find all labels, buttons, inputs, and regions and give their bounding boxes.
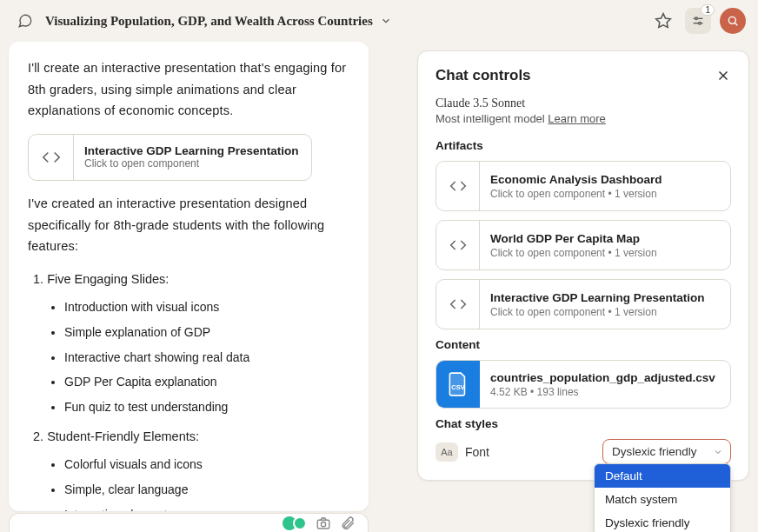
artifacts-label: Artifacts <box>436 139 731 152</box>
svg-point-5 <box>728 17 735 23</box>
avatar[interactable] <box>720 8 746 34</box>
chat-intro: I'll create an interactive presentation … <box>28 57 349 122</box>
list-item: Colorful visuals and icons <box>64 452 349 477</box>
learn-more-link[interactable]: Learn more <box>548 112 605 125</box>
font-dropdown[interactable]: Default Match system Dyslexic friendly <box>594 463 731 532</box>
svg-point-11 <box>321 522 325 526</box>
attachment-icon[interactable] <box>340 515 356 531</box>
artifact-chip[interactable]: Interactive GDP Learning Presentation Cl… <box>28 134 312 181</box>
feature-group: Five Engaging Slides: Introduction with … <box>33 268 349 420</box>
code-icon <box>436 280 480 329</box>
font-option-dyslexic[interactable]: Dyslexic friendly <box>595 511 730 532</box>
list-item: Interactive chart showing real data <box>64 345 349 370</box>
chat-controls-panel: Chat controls Claude 3.5 Sonnet Most int… <box>417 50 749 481</box>
content-label: Content <box>436 338 731 351</box>
settings-icon[interactable]: 1 <box>685 8 711 34</box>
font-select[interactable]: Dyslexic friendly <box>602 439 731 464</box>
code-icon <box>29 135 74 180</box>
artifact-chip-title: Interactive GDP Learning Presentation <box>84 144 299 157</box>
chat-styles-label: Chat styles <box>436 417 731 430</box>
font-option-match-system[interactable]: Match system <box>595 488 730 511</box>
font-icon: Aa <box>436 442 458 462</box>
file-card[interactable]: CSV countries_population_gdp_adjusted.cs… <box>436 360 731 409</box>
chevron-down-icon <box>713 447 723 457</box>
artifact-card[interactable]: World GDP Per Capita Map Click to open c… <box>436 220 731 270</box>
chat-followup: I've created an interactive presentation… <box>28 193 349 257</box>
page-title[interactable]: Visualizing Population, GDP, and Wealth … <box>45 14 373 29</box>
controls-title: Chat controls <box>436 67 531 84</box>
artifact-card[interactable]: Economic Analysis Dashboard Click to ope… <box>436 161 731 211</box>
code-icon <box>436 162 480 210</box>
code-icon <box>436 221 480 269</box>
svg-rect-10 <box>317 520 329 529</box>
feature-group: Student-Friendly Elements: Colorful visu… <box>33 425 349 511</box>
chat-icon <box>12 8 38 34</box>
star-icon[interactable] <box>650 8 676 34</box>
list-item: GDP Per Capita explanation <box>64 369 349 395</box>
font-option-default[interactable]: Default <box>595 464 730 488</box>
list-item: Interactive elements <box>64 502 349 511</box>
chevron-down-icon[interactable] <box>380 15 392 27</box>
font-label: Font <box>465 445 489 459</box>
csv-file-icon: CSV <box>436 361 480 408</box>
artifact-card[interactable]: Interactive GDP Learning Presentation Cl… <box>436 279 731 329</box>
svg-text:CSV: CSV <box>451 383 464 391</box>
input-bar[interactable] <box>9 513 369 532</box>
close-icon[interactable] <box>715 68 731 83</box>
svg-point-4 <box>699 22 701 24</box>
chat-panel: I'll create an interactive presentation … <box>9 42 369 511</box>
settings-badge: 1 <box>701 4 715 16</box>
artifact-chip-sub: Click to open component <box>84 157 299 170</box>
list-item: Simple, clear language <box>64 477 349 502</box>
svg-line-6 <box>735 23 737 25</box>
svg-marker-0 <box>656 14 671 28</box>
list-item: Fun quiz to test understanding <box>64 395 349 420</box>
model-name: Claude 3.5 Sonnet <box>436 96 731 110</box>
camera-icon[interactable] <box>316 515 331 531</box>
list-item: Simple explanation of GDP <box>64 320 349 345</box>
model-tagline: Most intelligent model Learn more <box>436 112 731 125</box>
badge-icons <box>283 516 307 530</box>
list-item: Introduction with visual icons <box>64 295 349 320</box>
feature-list: Five Engaging Slides: Introduction with … <box>33 268 349 511</box>
svg-point-3 <box>695 17 698 20</box>
